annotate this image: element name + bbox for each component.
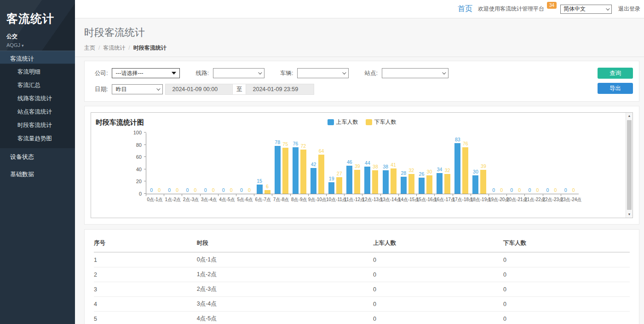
x-axis-label: 5点-6点 [236, 197, 254, 203]
bar-value-label: 19 [326, 176, 338, 181]
bar [364, 167, 370, 194]
bar [444, 174, 450, 194]
legend-item: 下车人数 [366, 118, 397, 126]
bar-group: 00 [146, 133, 164, 194]
breadcrumb-parent[interactable]: 客流统计 [103, 45, 125, 51]
bar-group: 00 [236, 133, 254, 194]
sidebar-subitem-站点客流统计[interactable]: 站点客流统计 [0, 105, 75, 119]
y-axis-label: 40 [123, 167, 142, 172]
date-to-input[interactable]: 2024-01-09 23:59 [246, 84, 314, 95]
y-axis-label: 0 [123, 191, 142, 197]
dropdown-triangle-icon [172, 72, 176, 75]
sidebar-item-设备状态[interactable]: 设备状态 [0, 148, 75, 166]
bar [472, 175, 478, 194]
vehicle-select[interactable] [297, 68, 349, 78]
bar-group: 4438 [362, 133, 380, 194]
sidebar-subitem-时段客流统计[interactable]: 时段客流统计 [0, 119, 75, 132]
page-head: 时段客流统计 主页/客流统计/时段客流统计 [75, 18, 644, 57]
sidebar-submenu: 客流明细客流汇总线路客流统计站点客流统计时段客流统计客流量趋势图 [0, 64, 75, 148]
date-preset-select[interactable]: 昨日 [112, 84, 163, 94]
sidebar-subitem-客流汇总[interactable]: 客流汇总 [0, 79, 75, 92]
legend-swatch [366, 119, 372, 125]
date-label: 日期: [95, 86, 108, 93]
table-row: 10点-1点00 [94, 252, 630, 267]
x-axis-label: 7点-8点 [272, 197, 290, 203]
app-logo: 客流统计 [6, 11, 69, 26]
bar-group: 156 [254, 133, 272, 194]
legend-swatch [328, 119, 334, 125]
breadcrumb: 主页/客流统计/时段客流统计 [84, 44, 635, 52]
sidebar-subitem-线路客流统计[interactable]: 线路客流统计 [0, 92, 75, 105]
company-label: 公司: [95, 69, 108, 77]
table-header: 下车人数 [503, 235, 630, 252]
station-select[interactable] [382, 68, 448, 78]
bar [419, 178, 425, 194]
sidebar-item-passenger-stats[interactable]: 客流统计 [0, 51, 75, 64]
x-axis-label: 13点-14点 [380, 197, 398, 203]
table-panel: 序号时段上车人数下车人数 10点-1点0021点-2点0032点-3点0043点… [84, 229, 639, 324]
bar [328, 182, 334, 194]
sidebar-logo-area: 客流统计 公交 AQGJ▾ [0, 0, 75, 51]
legend-item: 上车人数 [328, 118, 358, 126]
chevron-down-icon [442, 70, 446, 74]
bar-value-label: 27 [334, 171, 345, 176]
query-button[interactable]: 查询 [598, 68, 633, 79]
bar [310, 168, 316, 194]
scroll-down-icon[interactable]: ▼ [626, 211, 632, 218]
bar-value-label: 41 [387, 162, 399, 168]
notification-badge[interactable]: 34 [547, 2, 557, 9]
bar [264, 190, 270, 194]
bar-value-label: 42 [307, 162, 319, 167]
bar [408, 174, 414, 194]
page-title: 时段客流统计 [84, 26, 635, 40]
bar [336, 177, 342, 194]
x-axis-label: 9点-10点 [308, 197, 326, 203]
line-select[interactable] [213, 68, 264, 78]
bar-group: 7672 [290, 133, 308, 194]
table-row: 32点-3点00 [94, 282, 630, 297]
x-axis-label: 8点-9点 [290, 197, 308, 203]
export-button[interactable]: 导出 [598, 83, 633, 94]
chevron-down-icon [343, 70, 346, 74]
bar-group: 00 [506, 133, 524, 194]
chevron-down-icon: ▾ [22, 43, 24, 48]
sidebar-subitem-客流明细[interactable]: 客流明细 [0, 65, 75, 79]
org-name: 公交 [6, 33, 69, 40]
y-axis-label: 80 [123, 142, 142, 148]
bar-group: 00 [218, 133, 236, 194]
company-select[interactable]: ---请选择--- [112, 68, 180, 78]
bar-value-label: 0 [243, 187, 255, 193]
y-axis-label: 100 [123, 130, 142, 135]
x-axis-label: 14点-15点 [398, 197, 416, 203]
x-axis-label: 2点-3点 [182, 197, 200, 203]
x-axis-label: 16点-17点 [434, 197, 452, 203]
home-link[interactable]: 首页 [458, 4, 472, 14]
chevron-down-icon [157, 87, 161, 90]
sidebar-item-基础数据[interactable]: 基础数据 [0, 166, 75, 183]
bar-group: 3039 [471, 133, 489, 194]
bar [354, 170, 360, 194]
sidebar-subitem-客流量趋势图[interactable]: 客流量趋势图 [0, 132, 75, 145]
chart-x-ticks [146, 194, 579, 196]
date-separator: 至 [233, 84, 246, 95]
sidebar: 客流统计 公交 AQGJ▾ 客流统计 客流明细客流汇总线路客流统计站点客流统计时… [0, 0, 75, 324]
breadcrumb-home[interactable]: 主页 [84, 45, 95, 51]
chart-container: 时段车流统计图 上车人数下车人数 020406080100 0000000000… [91, 112, 633, 218]
logout-link[interactable]: 退出登录 [618, 5, 640, 13]
bar-group: 3841 [380, 133, 398, 194]
bar [372, 170, 378, 194]
chart-scrollbar[interactable]: ▲ ▼ [626, 113, 632, 218]
chart-x-labels: 0点-1点1点-2点2点-3点3点-4点4点-5点5点-6点6点-7点7点-8点… [146, 197, 579, 203]
bar-group: 2630 [416, 133, 434, 194]
bar-group: 00 [182, 133, 200, 194]
org-code-dropdown[interactable]: AQGJ▾ [6, 42, 69, 48]
table-header: 序号 [94, 235, 197, 252]
date-from-input[interactable]: 2024-01-09 00:00 [165, 84, 233, 95]
scrollbar-thumb[interactable] [627, 120, 632, 210]
x-axis-label: 20点-21点 [506, 197, 524, 203]
table-header: 上车人数 [373, 235, 503, 252]
bar [437, 173, 443, 194]
language-select[interactable]: 简体中文 [560, 5, 612, 14]
table-row: 21点-2点00 [94, 267, 630, 282]
scroll-up-icon[interactable]: ▲ [626, 113, 632, 119]
